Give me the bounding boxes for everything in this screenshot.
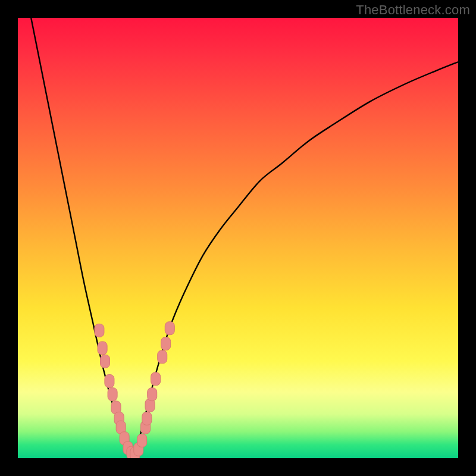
curve-marker [142,412,152,425]
bottleneck-curve [18,18,458,458]
curve-right-branch [132,62,458,456]
curve-marker [105,375,114,388]
chart-frame: TheBottleneck.com [0,0,476,476]
curve-marker [98,342,107,355]
curve-marker [137,434,147,447]
curve-marker [165,322,174,335]
curve-marker [95,324,104,337]
curve-marker [151,372,161,386]
plot-area [18,18,458,458]
curve-markers [95,322,174,458]
watermark-text: TheBottleneck.com [356,2,470,18]
curve-marker [158,350,167,364]
curve-marker [108,388,117,401]
curve-marker [148,388,157,401]
curve-marker [161,337,171,350]
curve-marker [101,355,110,368]
